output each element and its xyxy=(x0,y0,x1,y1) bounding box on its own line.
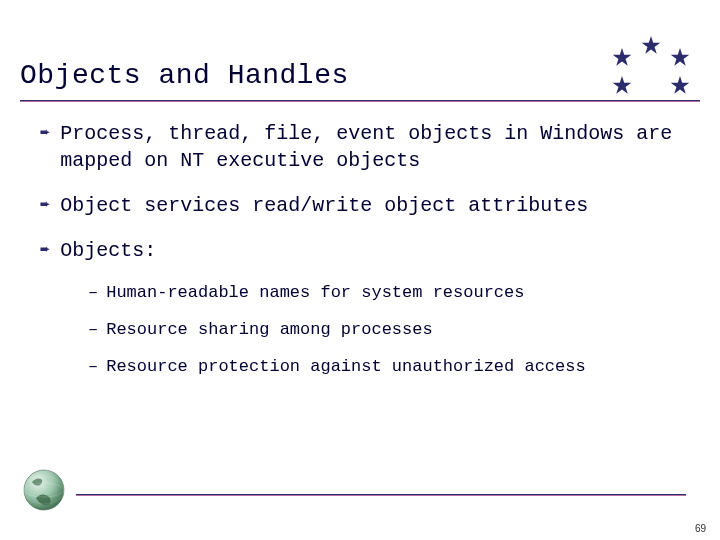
globe-icon xyxy=(22,468,66,512)
sub-text: Resource protection against unauthorized… xyxy=(106,356,585,379)
stars-logo xyxy=(606,34,696,104)
bullet-arrow-icon: ➨ xyxy=(40,240,50,263)
footer-underline xyxy=(76,494,686,496)
slide: Objects and Handles ➨ Process, thread, f… xyxy=(0,0,720,540)
sub-item: – Resource protection against unauthoriz… xyxy=(88,356,690,379)
bullet-text: Objects: xyxy=(60,237,690,264)
sub-dash-icon: – xyxy=(88,356,98,379)
bullet-text: Object services read/write object attrib… xyxy=(60,192,690,219)
sub-dash-icon: – xyxy=(88,319,98,342)
bullet-item: ➨ Objects: xyxy=(40,237,690,264)
bullet-arrow-icon: ➨ xyxy=(40,123,50,146)
slide-title: Objects and Handles xyxy=(20,60,349,91)
bullet-item: ➨ Process, thread, file, event objects i… xyxy=(40,120,690,174)
bullet-text: Process, thread, file, event objects in … xyxy=(60,120,690,174)
sub-text: Resource sharing among processes xyxy=(106,319,432,342)
sub-item: – Resource sharing among processes xyxy=(88,319,690,342)
sub-dash-icon: – xyxy=(88,282,98,305)
title-underline xyxy=(20,100,700,102)
sub-text: Human-readable names for system resource… xyxy=(106,282,524,305)
page-number: 69 xyxy=(695,523,706,534)
bullet-arrow-icon: ➨ xyxy=(40,195,50,218)
sub-item: – Human-readable names for system resour… xyxy=(88,282,690,305)
sub-list: – Human-readable names for system resour… xyxy=(88,282,690,379)
bullet-item: ➨ Object services read/write object attr… xyxy=(40,192,690,219)
content-area: ➨ Process, thread, file, event objects i… xyxy=(40,120,690,393)
